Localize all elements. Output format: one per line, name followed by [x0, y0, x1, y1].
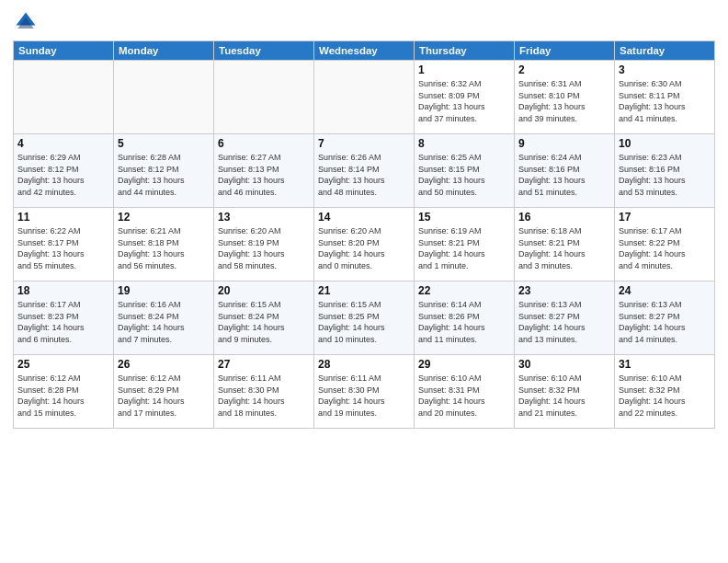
day-info: Sunrise: 6:12 AM Sunset: 8:29 PM Dayligh…: [118, 373, 210, 419]
day-number: 30: [518, 358, 610, 371]
calendar-cell: [314, 61, 415, 134]
day-info: Sunrise: 6:32 AM Sunset: 8:09 PM Dayligh…: [418, 78, 510, 124]
calendar-cell: 12Sunrise: 6:21 AM Sunset: 8:18 PM Dayli…: [114, 208, 214, 282]
day-info: Sunrise: 6:22 AM Sunset: 8:17 PM Dayligh…: [17, 225, 109, 271]
calendar: SundayMondayTuesdayWednesdayThursdayFrid…: [13, 40, 715, 429]
day-number: 27: [218, 358, 310, 371]
day-info: Sunrise: 6:28 AM Sunset: 8:12 PM Dayligh…: [118, 152, 210, 198]
day-info: Sunrise: 6:20 AM Sunset: 8:19 PM Dayligh…: [218, 225, 310, 271]
calendar-cell: 23Sunrise: 6:13 AM Sunset: 8:27 PM Dayli…: [515, 282, 615, 355]
logo-icon: [13, 9, 39, 35]
calendar-cell: 31Sunrise: 6:10 AM Sunset: 8:32 PM Dayli…: [615, 355, 715, 429]
day-number: 7: [318, 137, 410, 150]
day-info: Sunrise: 6:15 AM Sunset: 8:25 PM Dayligh…: [318, 299, 410, 345]
day-info: Sunrise: 6:11 AM Sunset: 8:30 PM Dayligh…: [218, 373, 310, 419]
calendar-cell: [114, 61, 214, 134]
calendar-cell: 2Sunrise: 6:31 AM Sunset: 8:10 PM Daylig…: [515, 61, 615, 134]
day-info: Sunrise: 6:10 AM Sunset: 8:31 PM Dayligh…: [418, 373, 510, 419]
day-info: Sunrise: 6:11 AM Sunset: 8:30 PM Dayligh…: [318, 373, 410, 419]
calendar-week-4: 18Sunrise: 6:17 AM Sunset: 8:23 PM Dayli…: [14, 282, 715, 355]
day-number: 22: [418, 284, 510, 297]
calendar-cell: [14, 61, 114, 134]
day-info: Sunrise: 6:29 AM Sunset: 8:12 PM Dayligh…: [17, 152, 109, 198]
calendar-cell: 15Sunrise: 6:19 AM Sunset: 8:21 PM Dayli…: [415, 208, 515, 282]
day-number: 28: [318, 358, 410, 371]
calendar-cell: 18Sunrise: 6:17 AM Sunset: 8:23 PM Dayli…: [14, 282, 114, 355]
calendar-cell: 8Sunrise: 6:25 AM Sunset: 8:15 PM Daylig…: [415, 134, 515, 208]
calendar-cell: 21Sunrise: 6:15 AM Sunset: 8:25 PM Dayli…: [314, 282, 415, 355]
day-number: 1: [418, 63, 510, 76]
day-number: 16: [518, 211, 610, 224]
calendar-cell: 30Sunrise: 6:10 AM Sunset: 8:32 PM Dayli…: [515, 355, 615, 429]
day-number: 13: [218, 211, 310, 224]
day-number: 3: [619, 63, 711, 76]
day-info: Sunrise: 6:12 AM Sunset: 8:28 PM Dayligh…: [17, 373, 109, 419]
day-number: 18: [17, 284, 109, 297]
day-header-tuesday: Tuesday: [214, 41, 314, 61]
day-info: Sunrise: 6:13 AM Sunset: 8:27 PM Dayligh…: [619, 299, 711, 345]
calendar-cell: 19Sunrise: 6:16 AM Sunset: 8:24 PM Dayli…: [114, 282, 214, 355]
day-number: 20: [218, 284, 310, 297]
calendar-cell: 28Sunrise: 6:11 AM Sunset: 8:30 PM Dayli…: [314, 355, 415, 429]
calendar-cell: 4Sunrise: 6:29 AM Sunset: 8:12 PM Daylig…: [14, 134, 114, 208]
day-number: 4: [17, 137, 109, 150]
day-info: Sunrise: 6:18 AM Sunset: 8:21 PM Dayligh…: [518, 225, 610, 271]
calendar-cell: 25Sunrise: 6:12 AM Sunset: 8:28 PM Dayli…: [14, 355, 114, 429]
calendar-cell: 22Sunrise: 6:14 AM Sunset: 8:26 PM Dayli…: [415, 282, 515, 355]
day-info: Sunrise: 6:16 AM Sunset: 8:24 PM Dayligh…: [118, 299, 210, 345]
day-number: 21: [318, 284, 410, 297]
day-info: Sunrise: 6:24 AM Sunset: 8:16 PM Dayligh…: [518, 152, 610, 198]
calendar-cell: 17Sunrise: 6:17 AM Sunset: 8:22 PM Dayli…: [615, 208, 715, 282]
day-info: Sunrise: 6:20 AM Sunset: 8:20 PM Dayligh…: [318, 225, 410, 271]
calendar-cell: 11Sunrise: 6:22 AM Sunset: 8:17 PM Dayli…: [14, 208, 114, 282]
day-number: 12: [118, 211, 210, 224]
day-number: 31: [619, 358, 711, 371]
calendar-cell: 13Sunrise: 6:20 AM Sunset: 8:19 PM Dayli…: [214, 208, 314, 282]
day-info: Sunrise: 6:31 AM Sunset: 8:10 PM Dayligh…: [518, 78, 610, 124]
calendar-header-row: SundayMondayTuesdayWednesdayThursdayFrid…: [14, 41, 715, 61]
day-header-friday: Friday: [515, 41, 615, 61]
day-number: 26: [118, 358, 210, 371]
day-info: Sunrise: 6:21 AM Sunset: 8:18 PM Dayligh…: [118, 225, 210, 271]
day-info: Sunrise: 6:27 AM Sunset: 8:13 PM Dayligh…: [218, 152, 310, 198]
day-number: 11: [17, 211, 109, 224]
day-number: 15: [418, 211, 510, 224]
day-number: 9: [518, 137, 610, 150]
calendar-cell: 29Sunrise: 6:10 AM Sunset: 8:31 PM Dayli…: [415, 355, 515, 429]
calendar-cell: 10Sunrise: 6:23 AM Sunset: 8:16 PM Dayli…: [615, 134, 715, 208]
day-info: Sunrise: 6:25 AM Sunset: 8:15 PM Dayligh…: [418, 152, 510, 198]
calendar-cell: 16Sunrise: 6:18 AM Sunset: 8:21 PM Dayli…: [515, 208, 615, 282]
day-info: Sunrise: 6:10 AM Sunset: 8:32 PM Dayligh…: [518, 373, 610, 419]
page: SundayMondayTuesdayWednesdayThursdayFrid…: [0, 0, 728, 563]
day-info: Sunrise: 6:17 AM Sunset: 8:23 PM Dayligh…: [17, 299, 109, 345]
calendar-cell: 24Sunrise: 6:13 AM Sunset: 8:27 PM Dayli…: [615, 282, 715, 355]
calendar-cell: 6Sunrise: 6:27 AM Sunset: 8:13 PM Daylig…: [214, 134, 314, 208]
day-number: 2: [518, 63, 610, 76]
calendar-cell: 27Sunrise: 6:11 AM Sunset: 8:30 PM Dayli…: [214, 355, 314, 429]
day-info: Sunrise: 6:10 AM Sunset: 8:32 PM Dayligh…: [619, 373, 711, 419]
day-info: Sunrise: 6:19 AM Sunset: 8:21 PM Dayligh…: [418, 225, 510, 271]
calendar-week-5: 25Sunrise: 6:12 AM Sunset: 8:28 PM Dayli…: [14, 355, 715, 429]
calendar-cell: 7Sunrise: 6:26 AM Sunset: 8:14 PM Daylig…: [314, 134, 415, 208]
day-number: 24: [619, 284, 711, 297]
day-number: 17: [619, 211, 711, 224]
day-number: 23: [518, 284, 610, 297]
day-number: 5: [118, 137, 210, 150]
calendar-cell: 26Sunrise: 6:12 AM Sunset: 8:29 PM Dayli…: [114, 355, 214, 429]
day-number: 29: [418, 358, 510, 371]
day-number: 6: [218, 137, 310, 150]
calendar-week-1: 1Sunrise: 6:32 AM Sunset: 8:09 PM Daylig…: [14, 61, 715, 134]
calendar-week-2: 4Sunrise: 6:29 AM Sunset: 8:12 PM Daylig…: [14, 134, 715, 208]
day-header-thursday: Thursday: [415, 41, 515, 61]
header: [13, 9, 715, 35]
day-info: Sunrise: 6:15 AM Sunset: 8:24 PM Dayligh…: [218, 299, 310, 345]
calendar-cell: 3Sunrise: 6:30 AM Sunset: 8:11 PM Daylig…: [615, 61, 715, 134]
day-number: 19: [118, 284, 210, 297]
day-info: Sunrise: 6:14 AM Sunset: 8:26 PM Dayligh…: [418, 299, 510, 345]
calendar-cell: [214, 61, 314, 134]
day-number: 25: [17, 358, 109, 371]
logo: [13, 9, 42, 35]
day-number: 14: [318, 211, 410, 224]
calendar-week-3: 11Sunrise: 6:22 AM Sunset: 8:17 PM Dayli…: [14, 208, 715, 282]
day-number: 8: [418, 137, 510, 150]
